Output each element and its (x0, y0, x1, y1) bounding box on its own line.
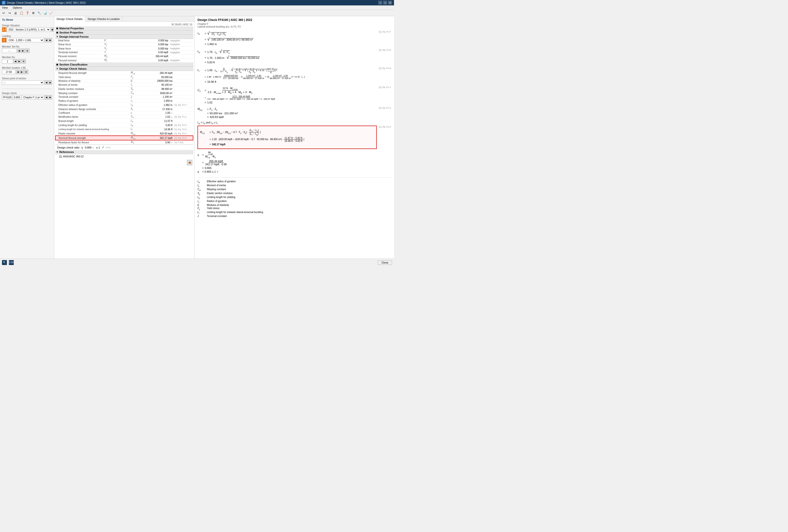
toolbar-tools[interactable]: 🔧 (36, 11, 42, 16)
loading-prev[interactable]: ◀ (44, 38, 48, 42)
design-check-ratio-checkmark: ✓ (102, 146, 104, 149)
eta-check: = 0.865 ≤ 1 ✓ (202, 170, 219, 173)
check-name: Moment of inertia (55, 83, 130, 87)
check-note (173, 107, 193, 111)
menu-view[interactable]: View (1, 6, 9, 9)
member-location-input[interactable] (2, 70, 16, 74)
check-note (173, 79, 193, 83)
maximize-button[interactable]: □ (383, 1, 387, 5)
minimize-button[interactable]: ─ (378, 1, 382, 5)
check-symbol: Φb (130, 140, 140, 144)
status-icon2: 0.00 (9, 260, 14, 265)
member-location-pick[interactable]: ⊕ (24, 70, 28, 74)
check-note: [1], Eq. F2-1 (173, 132, 193, 136)
member-location-section: Member location x [ft] ◀ ▶ ⊕ (2, 66, 52, 74)
toolbar-chart1[interactable]: 📊 (42, 11, 48, 16)
force-value: 0.00 kipft (118, 58, 169, 63)
legend-desc-sy: Elastic section modulus (207, 192, 233, 195)
member-no-prev[interactable]: ◀ (14, 59, 17, 63)
close-window-button[interactable]: ✕ (388, 1, 392, 5)
toolbar-copy[interactable]: 📋 (19, 11, 24, 16)
design-internal-forces-header[interactable]: ▼ Design Internal Forces (55, 35, 193, 39)
force-note: Negligible (169, 46, 193, 51)
toolbar-chart2[interactable]: 📈 (48, 11, 54, 16)
lr-formula-line2: = 1.95 · 1.982 in · 29000.000 ksi 0.7 · … (197, 74, 305, 80)
tab-design-checks-location[interactable]: Design Checks in Location (85, 16, 122, 22)
section-properties-header[interactable]: ▣ Section Properties (55, 31, 193, 35)
mp-formula-line3: = 420.83 kipft (197, 116, 238, 118)
design-check-chapter-combo[interactable]: Chapter F | Lateral-torsio... (22, 95, 44, 99)
mp-eq3: = (207, 116, 209, 118)
title-bar-left: D Design Check Details | Members | Steel… (2, 1, 86, 4)
check-symbol: rts (130, 103, 140, 107)
force-symbol: Vz (103, 46, 118, 51)
check-name: Torsional constant (55, 95, 130, 99)
title-bar-controls[interactable]: ─ □ ✕ (378, 1, 392, 5)
rts-formula-line2: = √ √(40.100 in⁴ · 3040.00 in⁶) / 88.900… (197, 37, 254, 42)
material-props-triangle: ▣ (56, 27, 58, 29)
toolbar-back[interactable]: ↩ (1, 11, 6, 16)
rts-formulas: rts = √ √(Iz · Cw) / Sy = √ (197, 30, 254, 46)
legend-item: rz Radius of gyration (197, 200, 391, 203)
stress-point-prev[interactable]: ◀ (44, 80, 48, 85)
legend-sym-sy: Sy (197, 192, 205, 195)
mp-eq1: = (207, 108, 209, 111)
check-note (173, 119, 193, 123)
table-row: Limiting length for yielding Lp 5.83 ft … (55, 123, 193, 127)
member-set-pick[interactable]: ⊕ (25, 48, 29, 53)
loading-combo[interactable]: CO6 - 1.20D + 1.60L (7, 38, 44, 42)
design-check-values-header[interactable]: ▼ Design Check Values (55, 67, 193, 71)
check-symbol: Lp (130, 123, 140, 127)
cb-formula-line2: = 12.5 · 266.44 kipft 2.5 · 266.44 kipft… (197, 95, 276, 100)
member-no-pick[interactable]: ⊕ (21, 59, 26, 63)
eta-eq3: = (202, 166, 204, 170)
material-properties-header[interactable]: ▣ Material Properties (55, 26, 193, 31)
mn-num: 1.02 · [420.83 kipft − (420.83 kipft − 0… (212, 137, 304, 142)
design-internal-forces-label: Design Internal Forces (59, 35, 88, 38)
design-situation-prev[interactable]: ◀ (51, 27, 53, 32)
stress-point-combo[interactable]: -- (2, 80, 44, 85)
condition-text: Lp < Lb and Lb ≤ Lr (197, 121, 218, 125)
section-classification-header[interactable]: ▣ Section Classification (55, 63, 193, 67)
table-row: Modulus of elasticity E 29000.000 ksi (55, 79, 193, 83)
menu-options[interactable]: Options (12, 6, 23, 9)
legend-sym-e: E (197, 204, 205, 206)
member-no-input[interactable] (2, 59, 13, 63)
cb-formulas: Cb = 12.5 · Mx,max 2.5 · Mx,max + 3 · MA… (197, 86, 276, 105)
export-button[interactable]: 📤 (187, 160, 192, 165)
tab-design-check-details[interactable]: Design Check Details (54, 16, 85, 22)
design-check-prev[interactable]: ◀ (44, 95, 48, 99)
loading-next[interactable]: ▶ (48, 38, 52, 42)
stress-point-next[interactable]: ▶ (48, 80, 52, 85)
eta-formula-line3: = 0.865 (197, 166, 391, 170)
member-no-next[interactable]: ▶ (18, 59, 21, 63)
mp-formula-text: Fy · Zy (210, 107, 217, 111)
toolbar-print[interactable]: 🖨 (13, 11, 18, 16)
member-set-section: Member Set No. ◀ ▶ ⊕ (2, 45, 52, 53)
force-value: 0.000 kip (118, 42, 169, 46)
rts-val: 1.982 in (207, 43, 217, 45)
eta-formula-text: Mr,y Mn,y · Φb (205, 151, 216, 159)
lp-eq2: = (205, 56, 206, 59)
toolbar-help[interactable]: ❓ (25, 11, 30, 16)
eta-num: 266.44 kipft 342.17 kipft · 0.90 (205, 160, 227, 166)
close-button[interactable]: Close (378, 260, 392, 265)
table-row: Yield stress Fy 50.000 ksi (55, 75, 193, 79)
mn-sym: Mn,y (200, 131, 209, 134)
loading-label: Loading (2, 35, 52, 37)
member-location-next[interactable]: ▶ (20, 70, 23, 74)
member-set-input[interactable] (2, 48, 17, 53)
design-check-next[interactable]: ▶ (48, 95, 52, 99)
member-set-prev[interactable]: ◀ (17, 48, 21, 53)
lr-formula-text: 1.95 · rts · E 0.7 · Fy · √ J · c Sy · h… (207, 67, 277, 74)
section-classification-label: Section Classification (59, 63, 87, 66)
toolbar-settings[interactable]: ⚙ (31, 11, 36, 16)
toolbar-forward[interactable]: ↪ (7, 11, 12, 16)
material-properties-label: Material Properties (59, 27, 84, 30)
member-set-next[interactable]: ▶ (21, 48, 25, 53)
references-header[interactable]: ▼ References (55, 150, 193, 154)
eta-formula-line1: η = Mr,y Mn,y · Φb (197, 151, 391, 159)
member-location-prev[interactable]: ◀ (16, 70, 19, 74)
design-situation-combo[interactable]: DS2 - Section 2.3 (LRFD), 1. to 5. (7, 27, 51, 32)
force-symbol: My (103, 54, 118, 58)
